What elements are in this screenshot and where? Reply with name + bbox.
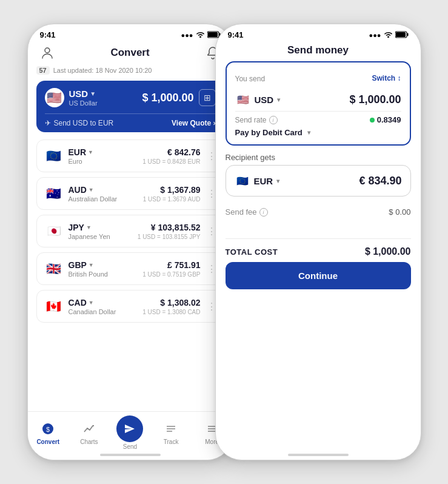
- you-send-currency-selector[interactable]: 🇺🇸 USD ▾: [235, 92, 281, 107]
- info-icon-fee: i: [259, 208, 268, 217]
- list-item[interactable]: 🇬🇧 GBP ▼ British Pound £ 751.91 1 USD = …: [36, 252, 224, 285]
- send-fee-value: $ 0.00: [389, 207, 410, 217]
- nav-bar-2: Send money: [216, 42, 421, 61]
- main-currency-card[interactable]: 🇺🇸 USD ▼ US Dollar $ 1,000.00 ⊞: [36, 81, 224, 132]
- tab-send[interactable]: Send: [110, 415, 151, 450]
- list-item[interactable]: 🇦🇺 AUD ▼ Australian Dollar $ 1,367.89 1 …: [36, 177, 224, 210]
- tab-send-label: Send: [123, 443, 137, 450]
- svg-text:$: $: [46, 426, 50, 433]
- status-time-2: 9:41: [228, 30, 244, 39]
- svg-point-3: [45, 48, 50, 53]
- aud-flag: 🇦🇺: [44, 184, 64, 203]
- usd-amount: $ 1,000.00: [142, 92, 193, 104]
- total-cost-value: $ 1,000.00: [365, 246, 411, 257]
- wifi-icon: [196, 31, 205, 39]
- jpy-flag: 🇯🇵: [44, 221, 64, 241]
- status-bar-2: 9:41 ●●●: [216, 24, 421, 42]
- convert-tab-icon: $: [39, 420, 56, 437]
- tab-convert[interactable]: $ Convert: [28, 420, 69, 445]
- you-send-card: You send Switch ↕ 🇺🇸 USD ▾ $ 1,000.00: [226, 61, 411, 146]
- aud-code: AUD ▼: [69, 185, 118, 195]
- send-rate-row: Send rate i 0.8349: [235, 115, 401, 124]
- chevron-down-recipient-icon: ▾: [276, 178, 279, 184]
- usd-flag: 🇺🇸: [45, 88, 64, 107]
- eur-code: EUR ▼: [69, 147, 93, 157]
- you-send-flag: 🇺🇸: [235, 92, 251, 107]
- svg-rect-13: [407, 33, 408, 36]
- status-bar-1: 9:41 ●●●: [28, 24, 233, 42]
- convert-content: 57 Last updated: 18 Nov 2020 10:20 🇺🇸 US…: [28, 66, 233, 328]
- last-updated-bar: 57 Last updated: 18 Nov 2020 10:20: [36, 66, 224, 75]
- view-quote-btn[interactable]: View Quote ›: [172, 119, 215, 127]
- chevron-down-icon: ▾: [277, 96, 280, 103]
- continue-button[interactable]: Continue: [226, 262, 411, 289]
- info-icon: i: [269, 116, 278, 124]
- wifi-icon-2: [384, 31, 393, 39]
- gbp-code: GBP ▼: [69, 260, 108, 270]
- pay-method-row[interactable]: Pay by Debit Card ▾: [235, 128, 401, 137]
- home-indicator-1: [100, 454, 161, 456]
- track-tab-icon: [162, 420, 179, 437]
- recipient-flag: 🇪🇺: [235, 173, 250, 189]
- charts-tab-icon: [81, 420, 98, 437]
- total-cost-row: TOTAL COST $ 1,000.00: [226, 238, 411, 262]
- cad-code: CAD ▼: [69, 298, 116, 308]
- recipient-card: 🇪🇺 EUR ▾ € 834.90: [226, 165, 411, 197]
- signal-icon: ●●●: [181, 32, 193, 39]
- send-fee-row: Send fee i $ 0.00: [226, 203, 411, 221]
- send-label: ✈ Send USD to EUR: [45, 119, 114, 127]
- last-updated-text: Last updated: 18 Nov 2020 10:20: [53, 67, 152, 74]
- recipient-currency-selector[interactable]: 🇪🇺 EUR ▾: [235, 173, 280, 189]
- tab-charts[interactable]: Charts: [69, 420, 110, 445]
- currency-list: 🇪🇺 EUR ▼ Euro € 842.76 1 USD = 0.8428 EU…: [36, 139, 224, 323]
- green-dot: [370, 118, 375, 123]
- calculator-icon[interactable]: ⊞: [199, 89, 216, 106]
- tab-bar-1: $ Convert Charts Send Track: [28, 411, 233, 460]
- jpy-code: JPY ▼: [69, 223, 110, 232]
- usd-name: US Dollar: [69, 99, 98, 107]
- svg-rect-2: [208, 32, 218, 37]
- you-send-amount: $ 1,000.00: [349, 93, 401, 106]
- phone-send-money: 9:41 ●●● Send money You send: [215, 24, 421, 460]
- recipient-amount: € 834.90: [359, 175, 401, 187]
- you-send-label: You send: [235, 75, 266, 83]
- send-tab-icon[interactable]: [116, 415, 143, 442]
- total-cost-label: TOTAL COST: [226, 247, 278, 257]
- send-money-content: You send Switch ↕ 🇺🇸 USD ▾ $ 1,000.00: [216, 61, 421, 289]
- tab-track[interactable]: Track: [150, 420, 192, 445]
- update-badge: 57: [36, 66, 50, 75]
- signal-icon-2: ●●●: [369, 32, 381, 39]
- tab-charts-label: Charts: [80, 439, 98, 445]
- gbp-flag: 🇬🇧: [44, 259, 64, 278]
- nav-bar-1: Convert: [28, 42, 233, 66]
- home-indicator-2: [288, 454, 349, 456]
- tab-track-label: Track: [164, 439, 179, 445]
- usd-code[interactable]: USD ▼: [69, 89, 98, 99]
- switch-button[interactable]: Switch ↕: [372, 74, 401, 82]
- send-rate-value: 0.8349: [370, 115, 401, 124]
- status-icons-2: ●●●: [369, 31, 409, 39]
- cad-flag: 🇨🇦: [44, 297, 64, 316]
- tab-convert-label: Convert: [36, 439, 59, 445]
- nav-title-2: Send money: [287, 44, 349, 56]
- battery-icon-2: [395, 31, 409, 39]
- list-item[interactable]: 🇯🇵 JPY ▼ Japanese Yen ¥ 103,815.52 1 USD…: [36, 215, 224, 247]
- status-icons-1: ●●●: [181, 31, 221, 39]
- svg-rect-14: [396, 32, 406, 37]
- chevron-down-pay-icon: ▾: [307, 129, 310, 136]
- eur-flag: 🇪🇺: [44, 146, 64, 166]
- nav-title-1: Convert: [110, 47, 149, 59]
- list-item[interactable]: 🇪🇺 EUR ▼ Euro € 842.76 1 USD = 0.8428 EU…: [36, 139, 224, 172]
- profile-icon[interactable]: [39, 44, 56, 61]
- status-time-1: 9:41: [40, 30, 56, 39]
- recipient-gets-header: Recipient gets: [226, 153, 275, 162]
- list-item[interactable]: 🇨🇦 CAD ▼ Canadian Dollar $ 1,308.02 1 US…: [36, 290, 224, 323]
- phone-convert: 9:41 ●●● Convert: [27, 24, 233, 460]
